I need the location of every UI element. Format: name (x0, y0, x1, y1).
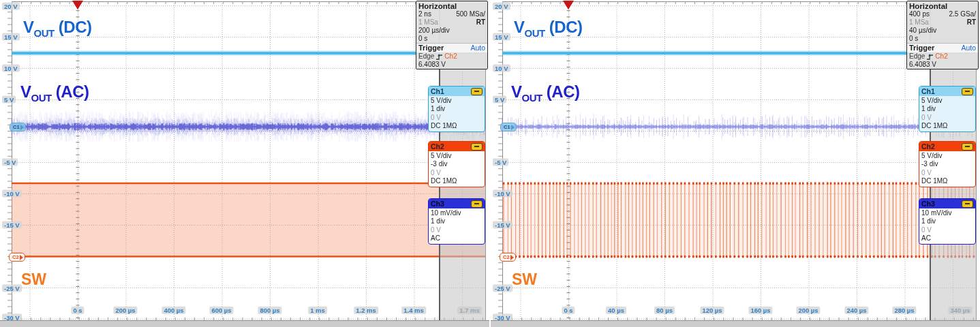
ch3-name: Ch3 (431, 200, 444, 208)
vout-ac-sub: OUT (31, 92, 52, 104)
ch1-menu-button[interactable] (471, 88, 483, 95)
ch2-header[interactable]: Ch2 (429, 142, 485, 151)
x-axis-label: 280 µs (892, 307, 916, 314)
horizontal-panel[interactable]: Horizontal 2 ns500 MSa/ 1 MSaRT 200 µs/d… (416, 1, 488, 69)
ch2-settings: 5 V/div -3 div 0 V DC 1MΩ (429, 151, 485, 187)
channel-box-ch3[interactable]: Ch3 10 mV/div 1 div 0 V AC (919, 198, 976, 245)
ch3-coupling: AC (431, 234, 483, 243)
trigger-title: Trigger (909, 44, 934, 52)
channel-box-ch1[interactable]: Ch1 5 V/div 1 div 0 V DC 1MΩ (428, 86, 485, 132)
timebase: 200 µs/div (418, 27, 450, 35)
x-axis-label: 0 s (562, 307, 575, 314)
y-axis-label: -25 V (493, 285, 512, 292)
vout-dc-rest: (DC) (55, 18, 92, 36)
ch3-header[interactable]: Ch3 (429, 199, 485, 208)
ch2-position-badge[interactable]: C2 (9, 253, 25, 262)
ch2-offset: -3 div (431, 160, 483, 168)
x-axis-label: 400 µs (162, 307, 185, 314)
channel-box-ch2[interactable]: Ch2 5 V/div -3 div 0 V DC 1MΩ (919, 141, 976, 187)
vout-ac-rest: (AC) (52, 82, 89, 101)
ch3-scale: 10 mV/div (921, 209, 973, 217)
ch1-position-badge[interactable]: C1 (10, 123, 26, 131)
trigger-level-row: 6.4083 V (416, 61, 487, 69)
channel-box-ch1[interactable]: Ch1 5 V/div 1 div 0 V DC 1MΩ (919, 86, 976, 132)
trigger-position-marker-icon[interactable] (563, 1, 574, 10)
sample-rate-row: 400 ps2.5 GSa/ (907, 10, 978, 18)
x-axis-label: 240 µs (844, 307, 868, 314)
ch2-header[interactable]: Ch2 (919, 142, 975, 151)
trigger-type: Edge (418, 52, 434, 61)
x-axis-label: 800 µs (258, 307, 281, 314)
ch1-position: 0 V (921, 114, 973, 122)
ch1-name: Ch1 (431, 87, 444, 95)
y-axis-label: -15 V (493, 221, 512, 229)
trigger-source-row: Edge Ch2 (416, 52, 487, 61)
ch3-header[interactable]: Ch3 (919, 199, 975, 208)
position-row: 0 s (416, 35, 487, 43)
x-axis-label: 200 µs (796, 307, 820, 314)
ch2-scale: 5 V/div (431, 152, 483, 160)
vout-dc-rest: (DC) (545, 18, 583, 36)
x-axis-label: 1.2 ms (354, 307, 378, 314)
trigger-mode: Auto (470, 44, 485, 52)
ch3-coupling: AC (921, 234, 973, 243)
x-axis-label: 120 µs (700, 307, 724, 314)
x-axis-label: 80 µs (654, 307, 675, 314)
ch2-name: Ch2 (921, 142, 935, 151)
ch3-menu-button[interactable] (962, 200, 973, 208)
y-axis-label: -25 V (2, 285, 22, 292)
ch1-header[interactable]: Ch1 (919, 87, 975, 96)
ch1-menu-button[interactable] (962, 88, 973, 95)
ch2-menu-button[interactable] (962, 143, 973, 151)
trigger-header[interactable]: TriggerAuto (907, 43, 978, 52)
trigger-source: Ch2 (935, 52, 947, 61)
x-axis-label: 1 ms (308, 307, 327, 314)
rising-edge-trigger-icon (435, 53, 443, 61)
sample-rate-row: 2 ns500 MSa/ (416, 10, 487, 18)
ch2-position-badge[interactable]: C2 (500, 253, 516, 262)
ch3-menu-button[interactable] (471, 200, 483, 208)
channel-box-ch2[interactable]: Ch2 5 V/div -3 div 0 V DC 1MΩ (428, 141, 485, 187)
ch2-settings: 5 V/div -3 div 0 V DC 1MΩ (919, 151, 975, 187)
vout-ac-rest: (AC) (542, 82, 580, 101)
horizontal-position: 0 s (418, 35, 427, 43)
vout-dc-sub: OUT (525, 27, 545, 39)
position-row: 0 s (907, 35, 978, 43)
dual-scope-screenshot: 20 V 15 V 10 V 5 V -5 V -10 V -15 V -25 … (0, 0, 980, 327)
ch2-scale: 5 V/div (921, 152, 973, 160)
vout-ac-sub: OUT (522, 92, 542, 104)
trigger-position-marker-icon[interactable] (72, 1, 83, 10)
vout-ac-main: V (511, 82, 522, 101)
trigger-source: Ch2 (444, 52, 457, 61)
ch3-offset: 1 div (921, 217, 973, 225)
ch3-position: 0 V (431, 226, 483, 234)
trigger-mode: Auto (961, 44, 976, 52)
timebase-row: 200 µs/div (416, 27, 487, 35)
vout-dc-sub: OUT (34, 27, 55, 39)
sw-annotation: SW (21, 270, 46, 289)
vout-ac-annotation: VOUT (AC) (511, 82, 580, 104)
rising-edge-trigger-icon (926, 53, 934, 61)
y-axis-label: -10 V (2, 190, 22, 198)
ch1-offset: 1 div (921, 105, 973, 113)
channel-box-ch3[interactable]: Ch3 10 mV/div 1 div 0 V AC (428, 198, 485, 245)
ch3-settings: 10 mV/div 1 div 0 V AC (429, 208, 485, 244)
x-axis-label: 40 µs (606, 307, 626, 314)
ch1-header[interactable]: Ch1 (429, 87, 485, 96)
trigger-header[interactable]: TriggerAuto (416, 43, 487, 52)
y-axis-label: -5 V (493, 159, 508, 166)
ch1-coupling: DC 1MΩ (431, 122, 483, 130)
x-axis-label: 0 s (71, 307, 84, 314)
horizontal-panel[interactable]: Horizontal 400 ps2.5 GSa/ 1 MSaRT 40 µs/… (906, 1, 979, 69)
trigger-level: 6.4083 V (909, 61, 936, 69)
ch2-name: Ch2 (431, 142, 444, 151)
ch3-offset: 1 div (431, 217, 483, 225)
ch1-position-badge[interactable]: C1 (500, 123, 517, 131)
sample-interval: 400 ps (909, 10, 930, 18)
ch2-menu-button[interactable] (471, 143, 483, 151)
vout-dc-annotation: VOUT (DC) (514, 18, 583, 39)
trigger-level: 6.4083 V (418, 61, 446, 69)
ch2-coupling: DC 1MΩ (431, 177, 483, 185)
x-axis-label: 160 µs (748, 307, 772, 314)
ch3-position: 0 V (921, 226, 973, 234)
